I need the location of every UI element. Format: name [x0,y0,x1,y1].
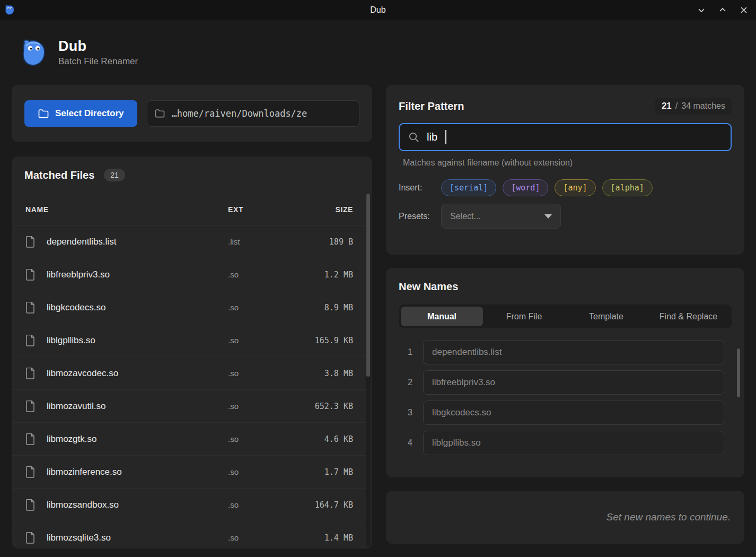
app-window: Dub Dub Batch File Renamer [0,0,756,557]
match-count-total: 34 matches [681,101,725,111]
file-name: dependentlibs.list [47,237,228,247]
table-row[interactable]: libmozsandbox.so .so 164.7 KB [12,489,372,521]
table-row[interactable]: libmozavutil.so .so 652.3 KB [12,390,372,423]
new-names-card: New Names Manual From File Template Find… [386,268,744,477]
table-row[interactable]: libfreeblpriv3.so .so 1.2 MB [12,258,372,291]
file-ext: .list [228,237,286,246]
right-column: Filter Pattern 21 / 34 matches lib Mat [386,85,744,549]
file-size: 1.2 MB [286,270,353,280]
table-row[interactable]: dependentlibs.list .list 189 B [12,225,372,258]
status-card: Set new names to continue. [386,491,744,544]
token-serial-chip[interactable]: [serial] [441,179,496,196]
table-row[interactable]: libmozavcodec.so .so 3.8 MB [12,357,372,390]
titlebar: Dub [0,0,756,20]
file-name: libmozinference.so [47,467,228,477]
app-title-block: Dub Batch File Renamer [58,38,138,67]
file-name: libmozavutil.so [47,401,228,412]
column-header-size: SIZE [286,205,353,214]
new-name-input[interactable]: libgkcodecs.so [423,401,724,425]
app-name: Dub [58,38,138,55]
insert-label: Insert: [399,183,441,193]
file-size: 165.9 KB [286,336,353,345]
file-ext: .so [228,270,286,279]
new-name-input[interactable]: libfreeblpriv3.so [423,370,724,395]
table-row[interactable]: libmozinference.so .so 1.7 MB [12,456,372,489]
files-table-header: NAME EXT SIZE [12,194,372,225]
file-icon [25,532,35,544]
entry-number: 4 [399,438,412,448]
token-alpha-chip[interactable]: [alpha] [602,179,653,196]
insert-row: Insert: [serial] [word] [any] [alpha] [399,179,732,196]
name-entry: 3 libgkcodecs.so [399,401,732,425]
minimize-button[interactable] [695,3,708,17]
column-header-name: NAME [25,205,228,214]
file-size: 4.6 KB [286,434,353,444]
file-size: 189 B [286,237,353,247]
file-ext: .so [228,533,286,542]
tab-find-replace[interactable]: Find & Replace [647,307,729,326]
table-row[interactable]: libmozgtk.so .so 4.6 KB [12,423,372,456]
token-chips: [serial] [word] [any] [alpha] [441,179,653,196]
file-name: libmozsqlite3.so [47,533,228,543]
file-name: liblgpllibs.so [47,335,228,346]
match-count-separator: / [675,101,678,111]
maximize-button[interactable] [716,3,729,17]
filter-hint: Matches against filename (without extens… [403,158,732,168]
directory-path-text: …home/raiven/Downloads/ze [171,108,307,119]
files-scrollbar-thumb[interactable] [366,194,370,377]
files-scrollbar [366,194,371,546]
entry-number: 3 [399,408,412,417]
filter-pattern-input[interactable]: lib [399,123,732,151]
tab-from-file[interactable]: From File [483,307,565,326]
column-header-ext: EXT [228,205,286,214]
new-names-title: New Names [399,281,732,293]
file-size: 1.7 MB [286,467,353,477]
presets-row: Presets: Select... [399,204,732,229]
entry-value: libgkcodecs.so [432,407,491,418]
search-icon [408,132,419,143]
entry-value: dependentlibs.list [432,347,502,358]
file-size: 1.4 MB [286,533,353,543]
file-ext: .so [228,336,286,345]
file-name: libfreeblpriv3.so [47,269,228,280]
folder-icon [155,109,165,118]
file-size: 8.9 MB [286,303,353,312]
table-row[interactable]: libgkcodecs.so .so 8.9 MB [12,291,372,324]
file-name: libmozsandbox.so [47,500,228,510]
file-name: libgkcodecs.so [47,302,228,313]
new-name-input[interactable]: liblgpllibs.so [423,431,724,455]
folder-icon [38,109,49,118]
close-button[interactable] [737,3,751,17]
file-icon [25,335,35,346]
directory-path-field[interactable]: …home/raiven/Downloads/ze [147,100,359,127]
entry-value: libfreeblpriv3.so [432,377,495,388]
matched-files-count-badge: 21 [104,169,125,181]
file-size: 164.7 KB [286,500,353,510]
tab-template[interactable]: Template [565,307,647,326]
table-row[interactable]: liblgpllibs.so .so 165.9 KB [12,324,372,357]
file-size: 652.3 KB [286,402,353,411]
filter-pattern-card: Filter Pattern 21 / 34 matches lib Mat [386,85,744,255]
entry-value: liblgpllibs.so [432,438,481,448]
select-directory-label: Select Directory [55,108,124,119]
app-header: Dub Batch File Renamer [0,20,756,85]
file-ext: .so [228,402,286,411]
file-icon [25,499,35,511]
window-controls [695,0,751,20]
names-scrollbar-thumb[interactable] [737,349,740,397]
entry-number: 1 [399,347,412,357]
new-name-input[interactable]: dependentlibs.list [423,340,724,364]
token-any-chip[interactable]: [any] [555,179,595,196]
select-directory-button[interactable]: Select Directory [24,100,137,127]
table-row[interactable]: libmozsqlite3.so .so 1.4 MB [12,521,372,549]
file-ext: .so [228,303,286,312]
presets-dropdown[interactable]: Select... [441,204,561,229]
tab-manual[interactable]: Manual [401,307,483,326]
presets-label: Presets: [399,212,441,221]
file-size: 3.8 MB [286,369,353,378]
token-word-chip[interactable]: [word] [503,179,548,196]
app-subtitle: Batch File Renamer [58,56,138,67]
name-entry: 2 libfreeblpriv3.so [399,370,732,395]
filter-pattern-title: Filter Pattern [399,100,464,112]
matched-files-card: Matched Files 21 NAME EXT SIZE dependent… [12,156,372,549]
